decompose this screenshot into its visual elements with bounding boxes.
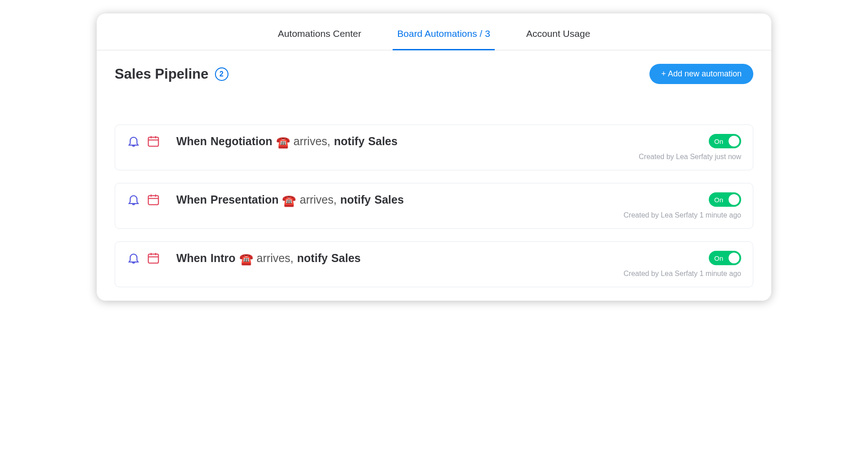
arrives-label: arrives, <box>294 135 331 148</box>
toggle-label: On <box>714 138 723 145</box>
when-label: When <box>176 193 207 206</box>
stage-label: Intro <box>210 252 236 265</box>
calendar-icon <box>147 134 160 148</box>
card-row: When Intro ☎️ arrives, notify Sales On <box>127 251 741 265</box>
arrives-label: arrives, <box>257 252 294 265</box>
toggle-label: On <box>714 254 723 262</box>
target-label: Sales <box>331 252 361 265</box>
tab-board-automations[interactable]: Board Automations / 3 <box>393 23 495 50</box>
when-label: When <box>176 135 207 148</box>
svg-rect-8 <box>148 254 159 263</box>
card-left: When Intro ☎️ arrives, notify Sales <box>127 251 361 265</box>
automation-list: When Negotiation ☎️ arrives, notify Sale… <box>97 98 771 301</box>
card-meta: Created by Lea Serfaty 1 minute ago <box>624 270 742 278</box>
phone-icon: ☎️ <box>276 136 290 149</box>
card-meta: Created by Lea Serfaty just now <box>639 153 741 161</box>
arrives-label: arrives, <box>300 193 336 206</box>
notify-label: notify <box>297 252 328 265</box>
svg-rect-0 <box>148 137 159 146</box>
bell-icon <box>127 134 140 148</box>
tab-automations-center[interactable]: Automations Center <box>273 23 366 50</box>
tab-account-usage[interactable]: Account Usage <box>522 23 595 50</box>
card-row: When Negotiation ☎️ arrives, notify Sale… <box>127 134 741 148</box>
toggle-knob <box>729 136 739 147</box>
calendar-icon <box>147 251 160 265</box>
automation-sentence: When Presentation ☎️ arrives, notify Sal… <box>176 193 404 206</box>
toggle-label: On <box>714 196 723 204</box>
when-label: When <box>176 252 207 265</box>
stage-label: Negotiation <box>210 135 273 148</box>
card-icons <box>127 193 160 206</box>
automation-card[interactable]: When Negotiation ☎️ arrives, notify Sale… <box>115 125 753 170</box>
toggle-knob <box>729 194 739 205</box>
title-group: Sales Pipeline 2 <box>115 66 228 82</box>
bell-icon <box>127 251 140 265</box>
notify-label: notify <box>340 193 371 206</box>
page-title: Sales Pipeline <box>115 66 209 82</box>
count-badge: 2 <box>215 67 228 81</box>
enable-toggle[interactable]: On <box>709 251 741 265</box>
card-left: When Presentation ☎️ arrives, notify Sal… <box>127 193 404 206</box>
calendar-icon <box>147 193 160 206</box>
stage-label: Presentation <box>210 193 278 206</box>
card-meta: Created by Lea Serfaty 1 minute ago <box>624 211 742 219</box>
toggle-knob <box>729 253 739 263</box>
svg-rect-4 <box>148 196 159 205</box>
automation-sentence: When Intro ☎️ arrives, notify Sales <box>176 252 361 265</box>
tabs-bar: Automations Center Board Automations / 3… <box>97 13 771 50</box>
target-label: Sales <box>375 193 404 206</box>
automation-card[interactable]: When Presentation ☎️ arrives, notify Sal… <box>115 183 753 229</box>
page-header: Sales Pipeline 2 + Add new automation <box>97 50 771 98</box>
add-automation-button[interactable]: + Add new automation <box>649 64 753 84</box>
card-row: When Presentation ☎️ arrives, notify Sal… <box>127 192 741 207</box>
automation-sentence: When Negotiation ☎️ arrives, notify Sale… <box>176 135 398 148</box>
automations-window: Automations Center Board Automations / 3… <box>97 13 771 301</box>
card-icons <box>127 134 160 148</box>
phone-icon: ☎️ <box>282 194 296 207</box>
target-label: Sales <box>368 135 398 148</box>
automation-card[interactable]: When Intro ☎️ arrives, notify Sales On C… <box>115 241 753 287</box>
bell-icon <box>127 193 140 206</box>
notify-label: notify <box>334 135 365 148</box>
enable-toggle[interactable]: On <box>709 192 741 207</box>
enable-toggle[interactable]: On <box>709 134 741 148</box>
card-left: When Negotiation ☎️ arrives, notify Sale… <box>127 134 398 148</box>
phone-icon: ☎️ <box>239 253 253 266</box>
card-icons <box>127 251 160 265</box>
